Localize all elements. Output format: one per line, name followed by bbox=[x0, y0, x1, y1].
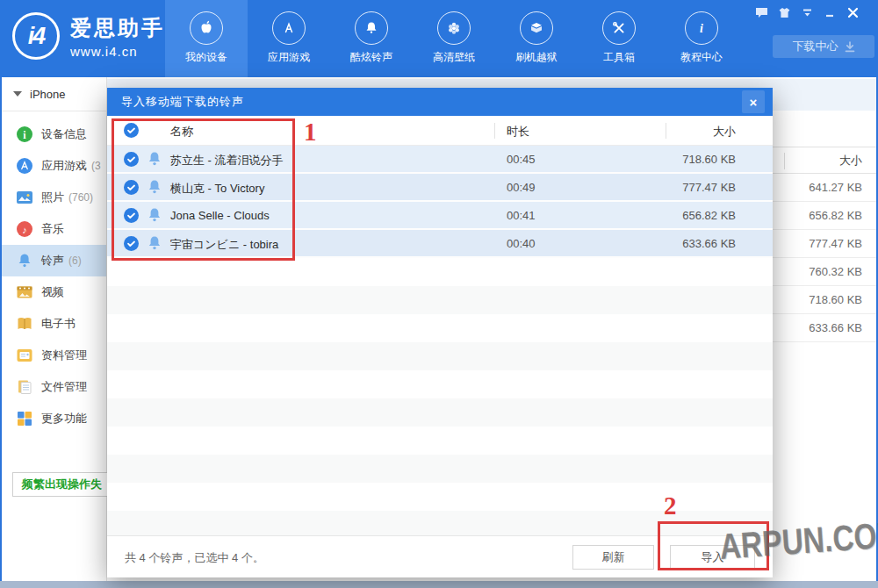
brand-title: 爱思助手 bbox=[70, 14, 165, 42]
tools-icon bbox=[602, 11, 636, 45]
column-divider bbox=[784, 153, 785, 169]
sidebar-item-photos[interactable]: 照片 (760) bbox=[2, 182, 106, 213]
sidebar-item-label: 文件管理 bbox=[41, 379, 87, 395]
download-center-button[interactable]: 下载中心 bbox=[773, 35, 874, 58]
ebook-icon bbox=[16, 315, 33, 333]
ringtone-size: 633.66 KB bbox=[682, 237, 736, 250]
nav-label: 教程中心 bbox=[680, 50, 723, 65]
row-checkbox-checked[interactable] bbox=[124, 236, 139, 251]
ringtone-duration: 00:41 bbox=[507, 209, 536, 222]
dialog-title: 导入移动端下载的铃声 bbox=[121, 94, 244, 110]
svg-text:i: i bbox=[700, 22, 703, 35]
refresh-button[interactable]: 刷新 bbox=[572, 545, 654, 570]
column-divider bbox=[666, 123, 666, 139]
import-ringtones-dialog: 导入移动端下载的铃声 × 名称 时长 大小 苏立生 - 流着泪说分手 00:45… bbox=[107, 88, 773, 577]
dialog-close-icon[interactable]: × bbox=[742, 90, 765, 113]
ringtone-row[interactable]: 横山克 - To Victory 00:49 777.47 KB bbox=[107, 174, 773, 202]
nav-label: 刷机越狱 bbox=[515, 50, 558, 65]
sidebar-item-label: 资料管理 bbox=[41, 348, 87, 363]
ringtone-name: 横山克 - To Victory bbox=[170, 181, 264, 197]
device-selector[interactable]: iPhone bbox=[2, 77, 106, 111]
sidebar-item-ebooks[interactable]: 电子书 bbox=[2, 308, 106, 340]
dialog-titlebar: 导入移动端下载的铃声 × bbox=[107, 88, 773, 116]
info-icon: i bbox=[685, 11, 718, 45]
sidebar-item-videos[interactable]: 视频 bbox=[2, 276, 106, 308]
close-icon[interactable] bbox=[846, 6, 860, 19]
sidebar-item-label: 音乐 bbox=[41, 221, 64, 237]
ringtone-duration: 00:45 bbox=[507, 153, 536, 166]
column-duration[interactable]: 时长 bbox=[507, 124, 529, 140]
sidebar-item-label: 照片 bbox=[41, 190, 64, 205]
ringtone-size: 718.60 KB bbox=[682, 153, 736, 166]
column-name[interactable]: 名称 bbox=[170, 124, 193, 140]
app-header: i4 爱思助手 www.i4.cn 我的设备 应用游戏 bbox=[0, 0, 878, 77]
select-all-checkbox[interactable] bbox=[124, 123, 139, 138]
ringtone-row[interactable]: 苏立生 - 流着泪说分手 00:45 718.60 KB bbox=[107, 146, 773, 174]
flower-icon bbox=[437, 11, 471, 45]
message-icon[interactable] bbox=[754, 6, 769, 19]
alert-text: 频繁出现操作失 bbox=[22, 477, 102, 492]
ringtone-row[interactable]: Jona Selle - Clouds 00:41 656.82 KB bbox=[107, 202, 773, 230]
nav-label: 我的设备 bbox=[185, 50, 227, 65]
dialog-row-list: 苏立生 - 流着泪说分手 00:45 718.60 KB 横山克 - To Vi… bbox=[107, 146, 773, 258]
row-checkbox-checked[interactable] bbox=[124, 180, 139, 195]
window-border-bottom bbox=[0, 581, 878, 588]
nav-cool-ringtones[interactable]: 酷炫铃声 bbox=[330, 0, 413, 77]
ringtone-name: 宇宙コンビニ - tobira bbox=[170, 237, 278, 253]
window-border-left bbox=[0, 77, 2, 581]
column-size[interactable]: 大小 bbox=[713, 124, 736, 140]
empty-list-area bbox=[107, 258, 773, 535]
download-center-label: 下载中心 bbox=[793, 39, 838, 54]
apps-icon bbox=[16, 157, 33, 175]
row-checkbox-checked[interactable] bbox=[124, 152, 139, 167]
ringtone-size: 777.47 KB bbox=[682, 181, 736, 194]
dialog-table-header: 名称 时长 大小 bbox=[107, 116, 773, 146]
app-window: i4 爱思助手 www.i4.cn 我的设备 应用游戏 bbox=[0, 0, 878, 588]
sidebar-item-label: 应用游戏 bbox=[41, 158, 87, 174]
minimize-icon[interactable] bbox=[823, 6, 838, 19]
nav-hd-wallpapers[interactable]: 高清壁纸 bbox=[413, 0, 495, 77]
nav-tutorial-center[interactable]: i 教程中心 bbox=[660, 0, 743, 77]
nav-toolbox[interactable]: 工具箱 bbox=[578, 0, 660, 77]
sidebar-item-label: 设备信息 bbox=[41, 126, 87, 142]
sidebar-item-more-features[interactable]: 更多功能 bbox=[2, 403, 106, 434]
sidebar-item-data-management[interactable]: 资料管理 bbox=[2, 340, 106, 371]
nav-flash-jailbreak[interactable]: 刷机越狱 bbox=[495, 0, 578, 77]
sidebar-item-count: (6) bbox=[68, 255, 82, 267]
nav-label: 酷炫铃声 bbox=[350, 50, 392, 65]
photos-icon bbox=[16, 189, 33, 206]
ringtone-bell-icon bbox=[147, 179, 162, 196]
sidebar-item-file-management[interactable]: 文件管理 bbox=[2, 371, 106, 403]
sidebar-item-music[interactable]: ♪ 音乐 bbox=[2, 213, 106, 245]
download-icon bbox=[845, 41, 855, 53]
sidebar-item-label: 更多功能 bbox=[41, 411, 87, 427]
column-divider bbox=[494, 123, 495, 139]
ringtone-name: 苏立生 - 流着泪说分手 bbox=[170, 153, 284, 169]
ringtone-bell-icon bbox=[147, 235, 162, 252]
selection-summary: 共 4 个铃声，已选中 4 个。 bbox=[125, 550, 264, 566]
menu-icon[interactable] bbox=[800, 6, 815, 19]
nav-label: 高清壁纸 bbox=[433, 50, 475, 65]
sidebar: iPhone i 设备信息 应用游戏 (3 照片 (760) ♪ 音乐 bbox=[2, 77, 107, 581]
ringtone-duration: 00:49 bbox=[507, 181, 536, 194]
sidebar-item-count: (3 bbox=[91, 160, 101, 172]
ringtone-size: 656.82 KB bbox=[682, 209, 736, 222]
nav-label: 应用游戏 bbox=[268, 50, 310, 65]
nav-my-device[interactable]: 我的设备 bbox=[165, 0, 248, 77]
sidebar-item-device-info[interactable]: i 设备信息 bbox=[2, 118, 106, 150]
ringtone-bell-icon bbox=[147, 207, 162, 224]
ringtone-row[interactable]: 宇宙コンビニ - tobira 00:40 633.66 KB bbox=[107, 230, 773, 258]
jailbreak-box-icon bbox=[520, 11, 553, 45]
nav-apps-games[interactable]: 应用游戏 bbox=[248, 0, 330, 77]
import-button[interactable]: 导入 bbox=[670, 545, 755, 570]
skin-icon[interactable] bbox=[777, 6, 792, 19]
sidebar-item-ringtones[interactable]: 铃声 (6) bbox=[2, 245, 106, 276]
brand-url: www.i4.cn bbox=[70, 44, 165, 59]
sidebar-item-apps-games[interactable]: 应用游戏 (3 bbox=[2, 150, 106, 182]
row-checkbox-checked[interactable] bbox=[124, 208, 139, 223]
ringtone-bell-icon bbox=[147, 151, 162, 168]
more-icon bbox=[16, 410, 33, 427]
apple-icon bbox=[190, 11, 223, 45]
sidebar-item-label: 电子书 bbox=[41, 316, 76, 332]
bell-icon bbox=[355, 11, 388, 45]
